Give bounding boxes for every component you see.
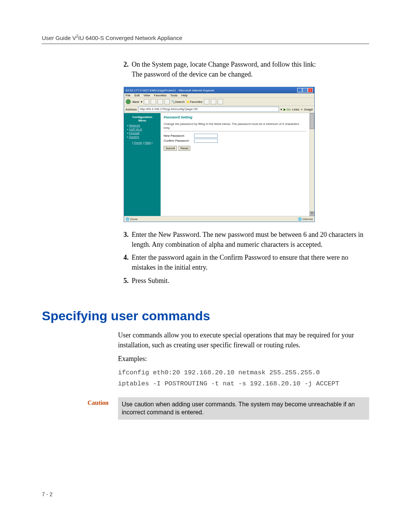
caution-label: Caution <box>88 397 118 420</box>
sidebar-item-voip[interactable]: VoIP ALG <box>129 128 142 131</box>
sidebar-item-firewall[interactable]: Firewall <box>129 131 140 135</box>
sidebar-home-link[interactable]: Home <box>134 141 142 144</box>
sidebar-help-link[interactable]: Help <box>145 141 151 144</box>
new-password-input[interactable] <box>194 134 218 138</box>
history-icon[interactable] <box>204 99 209 104</box>
password-description: Change the password by filling in the fi… <box>164 122 306 129</box>
menu-file[interactable]: File <box>126 94 131 97</box>
sidebar-item-system[interactable]: System <box>129 135 139 139</box>
confirm-password-input[interactable] <box>194 139 218 143</box>
caution-text: Use caution when adding user commands. T… <box>118 397 369 420</box>
ie-status-bar: 🌐 Done 🌐 Internet <box>124 216 314 222</box>
forward-icon[interactable] <box>144 99 149 104</box>
sidebar-item-network[interactable]: Network <box>129 124 140 127</box>
favorites-button[interactable]: ⭐Favorites <box>186 100 202 104</box>
embedded-screenshot: 64.52.177.5 NGT-EMN-EdgeProtect1 - Micro… <box>124 87 369 222</box>
step-5: 5. Press Submit. <box>118 276 369 286</box>
password-setting-title: Password Setting <box>164 115 306 119</box>
links-label: Links <box>292 108 299 111</box>
ie-toolbar: Back ▾ 🔍Search ⭐Favorites <box>124 98 314 106</box>
submit-button[interactable]: Submit <box>164 146 177 151</box>
ie-address-bar: Address http://69.3.196.175/cgi-bin/conf… <box>124 106 314 113</box>
step-4: 4. Enter the password again in the Confi… <box>118 252 369 272</box>
config-sidebar: ConfigurationMenu Network VoIP ALG Firew… <box>124 113 161 216</box>
step-2: 2. On the System page, locate Change Pas… <box>118 59 369 79</box>
menu-favorites[interactable]: Favorites <box>154 94 167 97</box>
refresh-icon[interactable] <box>158 99 163 104</box>
scrollbar[interactable]: ▾ <box>309 113 314 216</box>
section-intro: User commands allow you to execute speci… <box>118 330 369 350</box>
confirm-password-label: Confirm Password: <box>164 139 194 142</box>
section-heading: Specifying user commands <box>42 308 369 323</box>
menu-tools[interactable]: Tools <box>170 94 178 97</box>
close-icon[interactable]: × <box>308 88 313 93</box>
ie-titlebar: 64.52.177.5 NGT-EMN-EdgeProtect1 - Micro… <box>124 87 314 93</box>
page-header: User Guide V2IU 6400-S Converged Network… <box>42 34 369 44</box>
maximize-icon[interactable]: □ <box>303 88 307 93</box>
menu-help[interactable]: Help <box>182 94 188 97</box>
ie-menubar: File Edit View Favorites Tools Help <box>124 93 314 98</box>
minimize-icon[interactable]: _ <box>297 88 302 93</box>
reset-button[interactable]: Reset <box>178 146 190 151</box>
examples-label: Examples: <box>118 354 369 364</box>
back-button[interactable]: Back <box>132 100 139 104</box>
search-button[interactable]: 🔍Search <box>171 100 185 104</box>
snagit-button[interactable]: SnagIt <box>304 108 313 111</box>
stop-icon[interactable] <box>151 99 156 104</box>
new-password-label: New Password: <box>164 134 194 137</box>
password-panel: Password Setting Change the password by … <box>161 113 309 216</box>
step-3: 3. Enter the New Password. The new passw… <box>118 230 369 249</box>
code-examples: ifconfig eth0:20 192.168.20.10 netmask 2… <box>118 367 369 390</box>
menu-view[interactable]: View <box>143 94 150 97</box>
mail-icon[interactable] <box>211 99 216 104</box>
address-input[interactable]: http://69.3.196.175/cgi-bin/config?page=… <box>138 107 279 112</box>
menu-edit[interactable]: Edit <box>134 94 140 97</box>
print-icon[interactable] <box>218 99 223 104</box>
home-icon[interactable] <box>164 99 170 104</box>
back-icon[interactable] <box>126 99 131 104</box>
go-button[interactable]: ▶ Go <box>284 108 291 111</box>
